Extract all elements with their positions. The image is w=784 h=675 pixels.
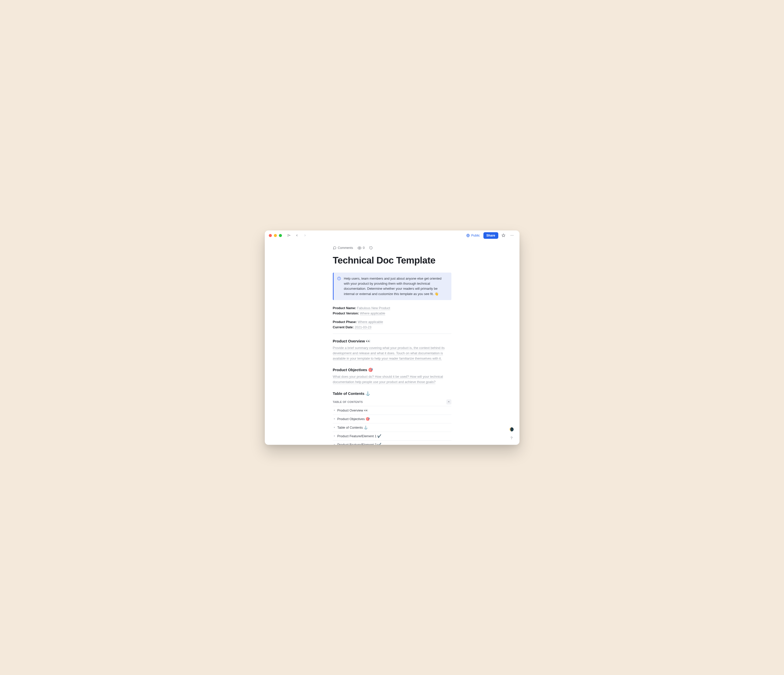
sidebar-toggle-icon[interactable] bbox=[286, 232, 292, 238]
views-count: 0 bbox=[363, 246, 365, 250]
toc-heading: Table of Contents ⚓ bbox=[333, 391, 451, 396]
comments-button[interactable]: Comments bbox=[333, 246, 353, 250]
svg-marker-5 bbox=[502, 234, 505, 237]
star-icon bbox=[502, 233, 506, 237]
window-controls bbox=[269, 234, 282, 237]
objectives-body[interactable]: What does your product do? How should it… bbox=[333, 375, 443, 384]
help-label: ? bbox=[510, 436, 512, 440]
visibility-label: Public bbox=[471, 234, 480, 237]
ellipsis-icon bbox=[510, 233, 514, 237]
product-phase-value[interactable]: Where applicable bbox=[358, 320, 383, 324]
page-meta-bar: Comments 0 bbox=[333, 246, 451, 250]
product-name-value[interactable]: Fabulous New Product bbox=[357, 306, 390, 310]
visibility-toggle[interactable]: Public bbox=[465, 233, 481, 238]
overview-body[interactable]: Provide a brief summary covering what yo… bbox=[333, 346, 445, 361]
comments-label: Comments bbox=[338, 246, 353, 250]
toc-item[interactable]: Table of Contents ⚓ bbox=[333, 423, 451, 432]
current-date-value[interactable]: 2021-03-23 bbox=[355, 325, 372, 329]
globe-icon bbox=[466, 234, 470, 237]
toc-header-label: TABLE OF CONTENTS bbox=[333, 400, 363, 403]
close-window-button[interactable] bbox=[269, 234, 272, 237]
info-callout: Help users, team members and just about … bbox=[333, 272, 451, 300]
toc-section: Table of Contents ⚓ TABLE OF CONTENTS Pr… bbox=[333, 391, 451, 445]
current-date-label: Current Date: bbox=[333, 325, 354, 329]
help-button[interactable]: ? bbox=[509, 435, 515, 441]
nav-back-button[interactable] bbox=[294, 232, 300, 238]
product-version-value[interactable]: Where applicable bbox=[360, 311, 385, 316]
toc-collapse-button[interactable] bbox=[446, 400, 451, 404]
svg-point-7 bbox=[512, 235, 512, 236]
more-options-button[interactable] bbox=[509, 232, 515, 239]
favorite-button[interactable] bbox=[500, 232, 507, 239]
maximize-window-button[interactable] bbox=[279, 234, 282, 237]
svg-point-6 bbox=[511, 235, 511, 236]
views-counter[interactable]: 0 bbox=[358, 246, 365, 250]
share-button[interactable]: Share bbox=[484, 232, 498, 239]
refresh-icon bbox=[369, 246, 373, 250]
refresh-button[interactable] bbox=[369, 246, 373, 250]
product-name-row[interactable]: Product Name: Fabulous New Product Produ… bbox=[333, 306, 451, 316]
moon-icon: 🌘 bbox=[509, 427, 514, 432]
overview-heading: Product Overview 👀 bbox=[333, 339, 451, 344]
product-name-label: Product Name: bbox=[333, 306, 356, 310]
svg-point-8 bbox=[513, 235, 513, 236]
document-body: Comments 0 Technical Doc Template Help u… bbox=[265, 241, 520, 445]
overview-section[interactable]: Product Overview 👀 Provide a brief summa… bbox=[333, 339, 451, 361]
eye-icon bbox=[358, 246, 361, 250]
objectives-section[interactable]: Product Objectives 🎯 What does your prod… bbox=[333, 368, 451, 385]
toc-header-row: TABLE OF CONTENTS bbox=[333, 398, 451, 406]
toc-item[interactable]: Product Feature/Element 1 ✔️ bbox=[333, 432, 451, 440]
info-icon bbox=[337, 277, 341, 297]
toc-item[interactable]: Product Objectives 🎯 bbox=[333, 415, 451, 423]
toc-item[interactable]: Product Overview 👀 bbox=[333, 406, 451, 415]
theme-toggle-button[interactable]: 🌘 bbox=[509, 426, 515, 433]
toc-list: Product Overview 👀 Product Objectives 🎯 … bbox=[333, 406, 451, 445]
page-title[interactable]: Technical Doc Template bbox=[333, 255, 451, 266]
toc-item[interactable]: Product Feature/Element 2 ✔️ bbox=[333, 440, 451, 445]
comment-icon bbox=[333, 246, 336, 250]
product-phase-label: Product Phase: bbox=[333, 320, 357, 324]
svg-point-9 bbox=[359, 247, 360, 248]
product-version-label: Product Version: bbox=[333, 311, 359, 315]
callout-text[interactable]: Help users, team members and just about … bbox=[344, 276, 447, 297]
minimize-window-button[interactable] bbox=[274, 234, 277, 237]
app-window: Public Share Comments 0 bbox=[265, 230, 520, 445]
objectives-heading: Product Objectives 🎯 bbox=[333, 368, 451, 372]
chevron-up-icon bbox=[447, 400, 450, 403]
titlebar: Public Share bbox=[265, 230, 520, 241]
product-phase-row[interactable]: Product Phase: Where applicable Current … bbox=[333, 319, 451, 330]
nav-forward-button bbox=[302, 232, 308, 238]
